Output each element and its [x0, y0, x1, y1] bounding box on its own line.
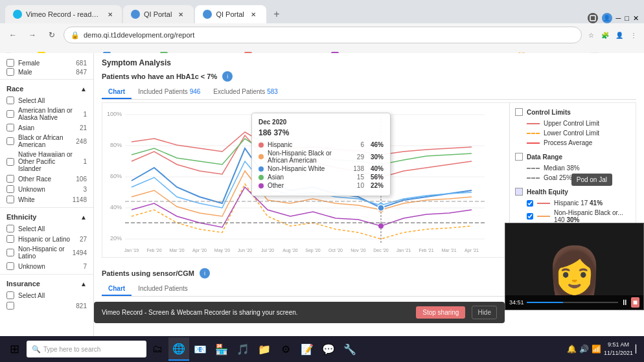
legend-ucl: Upper Control Limit — [515, 119, 630, 128]
chart2-tab-included[interactable]: Included Patients — [132, 282, 194, 296]
legend-pa-line — [527, 142, 540, 144]
tab-close[interactable]: ✕ — [176, 9, 186, 19]
svg-rect-0 — [590, 16, 595, 21]
new-tab-button[interactable]: + — [268, 5, 286, 23]
restore-button[interactable]: □ — [625, 14, 629, 22]
eth-unknown-checkbox[interactable] — [6, 262, 14, 270]
video-stop-button[interactable]: ■ — [631, 297, 639, 308]
legend-he-nhblack-checkbox[interactable] — [527, 213, 533, 220]
chart2-tab-chart[interactable]: Chart — [102, 282, 132, 296]
sidebar: Female 681 Male 847 Race ▲ Select All — [0, 53, 94, 362]
race-black-checkbox[interactable] — [6, 137, 14, 145]
extensions-puzzle-icon[interactable]: 🧩 — [600, 30, 610, 40]
tab-close[interactable]: ✕ — [106, 9, 114, 19]
svg-text:May '20: May '20 — [214, 248, 230, 253]
ethnicity-collapse-icon[interactable]: ▲ — [80, 214, 87, 221]
chart1-tab-excluded[interactable]: Excluded Patients 583 — [207, 85, 284, 99]
menu-icon[interactable]: ⋮ — [628, 30, 639, 40]
taskbar-teams-icon[interactable]: 💬 — [318, 337, 339, 361]
gender-female-checkbox[interactable] — [6, 59, 14, 67]
legend-dr-checkbox[interactable] — [515, 153, 523, 161]
address-bar[interactable]: 🔒 demo.qi.t1ddevelopment.org/report — [63, 27, 582, 43]
legend-cl-checkbox[interactable] — [515, 108, 523, 116]
svg-text:Jul '20: Jul '20 — [261, 248, 274, 253]
bookmark-star-icon[interactable]: ☆ — [586, 30, 596, 40]
taskbar-mail-icon[interactable]: 📧 — [190, 337, 211, 361]
race-white-checkbox[interactable] — [6, 196, 14, 203]
legend-he-hispanic-checkbox[interactable] — [527, 200, 533, 207]
gender-male-checkbox[interactable] — [6, 68, 14, 76]
tab-close[interactable]: ✕ — [248, 9, 259, 19]
minimize-button[interactable]: ─ — [616, 14, 621, 22]
svg-text:Apr '21: Apr '21 — [465, 248, 479, 253]
taskbar-vimeo-icon[interactable]: 🔧 — [339, 337, 360, 361]
stop-sharing-button[interactable]: Stop sharing — [416, 306, 465, 319]
race-other-row: Other Race 106 — [0, 174, 93, 184]
legend-dr-header: Data Range — [515, 153, 630, 161]
share-bar: Vimeo Record - Screen & Webcam Recorder … — [94, 302, 505, 323]
taskbar-word-icon[interactable]: 📝 — [297, 337, 317, 361]
reload-button[interactable]: ↻ — [44, 27, 60, 43]
section-title: Symptom Analysis — [102, 58, 636, 67]
legend-median: Median 38% — [515, 163, 630, 173]
tooltip-row-nhwhite: Non-Hispanic White 138 40% — [259, 165, 384, 172]
tab-vimeo[interactable]: Vimeo Record - ready to record ✕ — [5, 5, 122, 23]
tab-qi1[interactable]: QI Portal ✕ — [123, 5, 194, 23]
forward-button[interactable]: → — [25, 27, 40, 43]
back-button[interactable]: ← — [5, 27, 21, 43]
svg-text:Oct '20: Oct '20 — [328, 248, 343, 253]
insurance-section-header[interactable]: Insurance ▲ — [0, 277, 93, 290]
taskbar-settings-icon[interactable]: ⚙ — [275, 337, 296, 361]
gender-female-label: Female — [18, 60, 40, 67]
race-ai-checkbox[interactable] — [6, 110, 14, 118]
taskbar-folder-icon[interactable]: 📁 — [254, 337, 275, 361]
legend-lcl: Lower Control Limit — [515, 128, 630, 138]
video-pause-button[interactable]: ⏸ — [621, 298, 628, 307]
chart2-info-icon[interactable]: i — [200, 268, 210, 278]
taskbar-show-desktop[interactable]: ▏ — [636, 345, 641, 354]
eth-nonhispanic-checkbox[interactable] — [6, 249, 14, 256]
profile-avatar[interactable]: 👤 — [614, 30, 625, 40]
hide-sharing-button[interactable]: Hide — [472, 306, 497, 319]
ethnicity-section-header[interactable]: Ethnicity ▲ — [0, 210, 93, 223]
taskbar-music-icon[interactable]: 🎵 — [233, 337, 253, 361]
eth-select-all-checkbox[interactable] — [6, 225, 14, 232]
taskbar-edge-icon[interactable]: 🌐 — [168, 337, 189, 361]
close-button[interactable]: ✕ — [633, 14, 639, 23]
legend-cl-header: Control Limits — [515, 108, 630, 116]
race-asian-row: Asian 21 — [0, 122, 93, 133]
chart1-tab-chart[interactable]: Chart — [102, 85, 132, 99]
legend-he-checkbox[interactable] — [515, 188, 523, 196]
address-text: demo.qi.t1ddevelopment.org/report — [84, 31, 194, 39]
taskbar-apps-icon[interactable]: 🏪 — [211, 337, 232, 361]
taskbar-search[interactable]: 🔍 Type here to search — [27, 341, 146, 357]
taskbar-clock: 9:51 AM 11/11/2021 — [604, 341, 633, 357]
insurance-collapse-icon[interactable]: ▲ — [80, 280, 87, 288]
ins-item-checkbox[interactable] — [6, 302, 14, 310]
eth-hispanic-checkbox[interactable] — [6, 235, 14, 243]
nav-bar: ← → ↻ 🔒 demo.qi.t1ddevelopment.org/repor… — [0, 23, 644, 47]
chart1-info-icon[interactable]: i — [222, 71, 233, 82]
chart1-tab-included[interactable]: Included Patients 946 — [132, 85, 207, 99]
profile-icon[interactable]: 👤 — [602, 13, 612, 23]
race-select-all-checkbox[interactable] — [6, 96, 14, 104]
race-section-header[interactable]: Race ▲ — [0, 82, 93, 95]
race-asian-checkbox[interactable] — [6, 124, 14, 131]
ins-select-all-checkbox[interactable] — [6, 291, 14, 299]
taskbar-volume-icon[interactable]: 🔊 — [579, 345, 589, 354]
taskbar-network-icon[interactable]: 📶 — [592, 345, 601, 354]
race-unknown-checkbox[interactable] — [6, 185, 14, 193]
legend-he-hispanic: Hispanic 17 41% — [515, 198, 630, 208]
race-nhopi-checkbox[interactable] — [6, 158, 14, 166]
task-view-button[interactable]: 🗂 — [147, 337, 168, 361]
tooltip-dot — [259, 154, 264, 159]
taskbar-notification-icon[interactable]: 🔔 — [567, 345, 577, 354]
extensions-icon[interactable] — [588, 13, 598, 23]
race-other-checkbox[interactable] — [6, 175, 14, 183]
race-collapse-icon[interactable]: ▲ — [80, 85, 87, 93]
video-person: 👩 — [546, 247, 603, 293]
chart1-title: Patients who have an HbA1c < 7% — [102, 73, 217, 80]
gender-female-row: Female 681 — [0, 58, 93, 67]
tab-qi2[interactable]: QI Portal ✕ — [195, 5, 266, 23]
start-button[interactable]: ⊞ — [3, 337, 26, 361]
